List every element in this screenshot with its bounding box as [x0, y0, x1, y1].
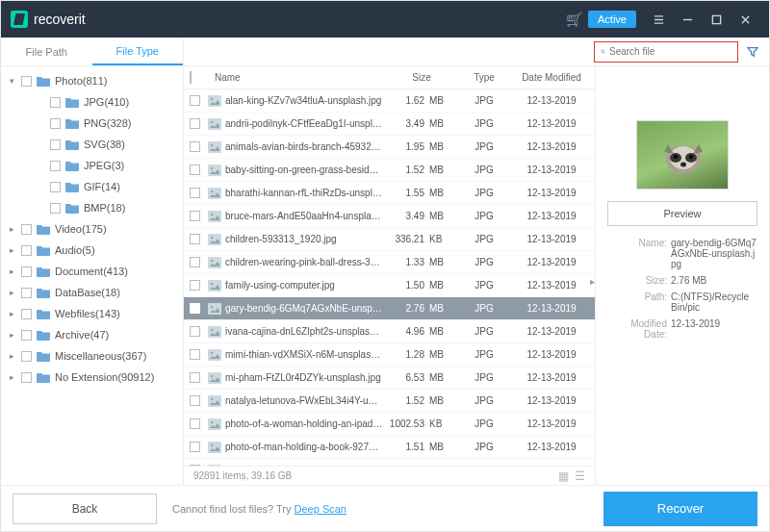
row-checkbox[interactable]: [190, 95, 200, 106]
svg-point-1: [602, 50, 604, 53]
tree-checkbox[interactable]: [21, 351, 32, 362]
row-checkbox[interactable]: [190, 418, 200, 429]
filter-button[interactable]: [742, 41, 763, 63]
tree-item[interactable]: GIF(14): [1, 176, 183, 197]
row-checkbox[interactable]: [190, 257, 200, 267]
preview-meta: Name: gary-bendig-6GMq7AGxNbE-unsplash.j…: [607, 238, 757, 340]
tree-checkbox[interactable]: [21, 372, 32, 383]
select-all-checkbox[interactable]: [190, 71, 192, 84]
row-checkbox[interactable]: [190, 211, 200, 221]
tree-checkbox[interactable]: [21, 266, 32, 277]
tab-file-type[interactable]: File Type: [92, 38, 184, 65]
col-type[interactable]: Type: [460, 72, 508, 83]
file-date: 12-13-2019: [508, 326, 595, 337]
close-icon[interactable]: [731, 5, 759, 34]
table-row[interactable]: bruce-mars-AndE50aaHn4-unsplash...3.49MB…: [184, 205, 595, 228]
tree-item[interactable]: SVG(38): [1, 134, 183, 155]
tree-item[interactable]: ▸Archive(47): [1, 324, 183, 345]
tree-checkbox[interactable]: [50, 118, 61, 129]
tree-checkbox[interactable]: [21, 288, 32, 298]
tree-checkbox[interactable]: [21, 330, 32, 341]
tree-checkbox[interactable]: [50, 139, 61, 150]
row-checkbox[interactable]: [190, 303, 200, 314]
table-row[interactable]: alan-king-KZv7w34tluA-unsplash.jpg1.62MB…: [184, 89, 595, 113]
minimize-icon[interactable]: [673, 5, 702, 34]
tree-item[interactable]: ▸Webfiles(143): [1, 303, 183, 324]
tree-checkbox[interactable]: [21, 224, 32, 235]
tree-item[interactable]: JPEG(3): [1, 155, 183, 176]
tree-item[interactable]: ▸DataBase(18): [1, 282, 183, 303]
recover-button[interactable]: Recover: [603, 492, 757, 526]
table-row[interactable]: ivana-cajina-dnL6ZIpht2s-unsplash.jpg4.9…: [184, 320, 595, 343]
preview-button[interactable]: Preview: [607, 201, 757, 226]
maximize-icon[interactable]: [702, 5, 731, 34]
row-checkbox[interactable]: [190, 442, 200, 452]
table-row[interactable]: photo-of-man-holding-a-book-92702...1.51…: [184, 436, 595, 459]
tree-label: Document(413): [55, 266, 128, 277]
col-size[interactable]: Size: [383, 72, 460, 83]
tree-item[interactable]: PNG(328): [1, 113, 183, 134]
grid-view-icon[interactable]: ▦: [558, 469, 569, 483]
tree-checkbox[interactable]: [50, 182, 61, 192]
menu-icon[interactable]: [644, 5, 673, 34]
table-row[interactable]: mi-pham-FtZL0r4DZYk-unsplash.jpg6.53MBJP…: [184, 367, 595, 390]
tree-label: Archive(47): [55, 329, 109, 341]
table-row[interactable]: children-wearing-pink-ball-dress-360...1…: [184, 251, 595, 274]
table-row[interactable]: photo-of-toddler-smiling-1912868.jpg2.79…: [184, 459, 595, 466]
folder-icon: [37, 75, 50, 87]
table-row[interactable]: mimi-thian-vdXMSiX-n6M-unsplash.jpg1.28M…: [184, 343, 595, 367]
table-row[interactable]: children-593313_1920.jpg336.21KBJPG12-13…: [184, 228, 595, 251]
cart-icon[interactable]: 🛒: [566, 12, 582, 27]
row-checkbox[interactable]: [190, 395, 200, 406]
file-size: 1.51: [383, 442, 426, 452]
file-type: JPG: [460, 372, 508, 383]
row-checkbox[interactable]: [190, 326, 200, 337]
tree-item[interactable]: ▸No Extension(90912): [1, 367, 183, 388]
collapse-icon[interactable]: ▸: [590, 276, 595, 287]
search-box[interactable]: [594, 41, 738, 63]
row-checkbox[interactable]: [190, 188, 200, 198]
table-row[interactable]: animals-avian-birds-branch-459326.j...1.…: [184, 136, 595, 159]
tree-checkbox[interactable]: [21, 76, 32, 87]
back-button[interactable]: Back: [13, 494, 157, 524]
table-row[interactable]: natalya-letunova-FWxEbL34i4Y-unspl...1.5…: [184, 390, 595, 413]
row-checkbox[interactable]: [190, 165, 200, 175]
table-row[interactable]: bharathi-kannan-rfL-thiRzDs-unspla...1.5…: [184, 182, 595, 205]
tree-checkbox[interactable]: [21, 245, 32, 256]
image-file-icon: [208, 372, 221, 384]
tree-checkbox[interactable]: [21, 309, 32, 319]
tree-item[interactable]: ▸Document(413): [1, 261, 183, 282]
row-checkbox[interactable]: [190, 280, 200, 291]
tree-item[interactable]: ▸Video(175): [1, 218, 183, 240]
tree-item[interactable]: ▸Miscellaneous(367): [1, 345, 183, 367]
tree-checkbox[interactable]: [50, 97, 61, 108]
table-row[interactable]: gary-bendig-6GMq7AGxNbE-unsplas...2.76MB…: [184, 297, 595, 320]
tree-item[interactable]: BMP(18): [1, 197, 183, 218]
tab-file-path[interactable]: File Path: [1, 38, 92, 65]
meta-size-val: 2.76 MB: [671, 275, 757, 286]
file-date: 12-13-2019: [508, 418, 595, 429]
col-name[interactable]: Name: [209, 72, 383, 83]
table-row[interactable]: baby-sitting-on-green-grass-beside-...1.…: [184, 159, 595, 182]
list-view-icon[interactable]: ☰: [575, 469, 585, 483]
search-input[interactable]: [609, 46, 732, 57]
row-checkbox[interactable]: [190, 141, 200, 152]
tree-checkbox[interactable]: [50, 203, 61, 214]
table-row[interactable]: photo-of-a-woman-holding-an-ipad-7...100…: [184, 413, 595, 436]
tree-checkbox[interactable]: [50, 161, 61, 171]
file-name: alan-king-KZv7w34tluA-unsplash.jpg: [225, 95, 383, 106]
table-row[interactable]: family-using-computer.jpg1.50MBJPG12-13-…: [184, 274, 595, 297]
preview-panel: ▸ Previ: [596, 66, 769, 485]
row-checkbox[interactable]: [190, 372, 200, 383]
col-date[interactable]: Date Modified: [508, 72, 595, 83]
row-checkbox[interactable]: [190, 234, 200, 244]
table-row[interactable]: andrii-podilnyk-CFtfEeaDg1I-unspla...3.4…: [184, 113, 595, 136]
tree-item[interactable]: ▸Audio(5): [1, 240, 183, 261]
row-checkbox[interactable]: [190, 349, 200, 360]
tree-item[interactable]: JPG(410): [1, 91, 183, 113]
active-button[interactable]: Active: [588, 11, 636, 28]
tree-item[interactable]: ▾Photo(811): [1, 70, 183, 91]
file-size-unit: MB: [426, 188, 460, 198]
deep-scan-link[interactable]: Deep Scan: [295, 503, 346, 515]
row-checkbox[interactable]: [190, 118, 200, 129]
